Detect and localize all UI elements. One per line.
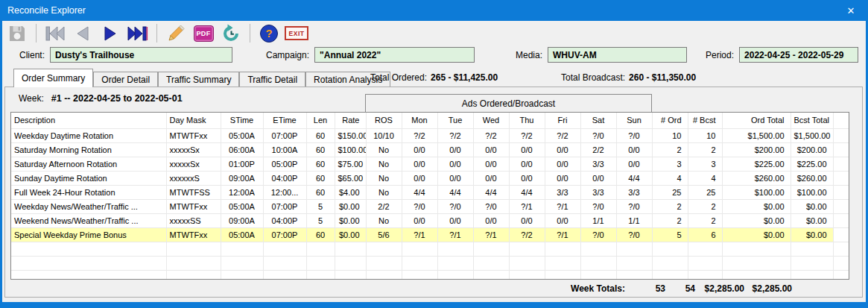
table-cell <box>221 242 263 256</box>
table-cell <box>11 242 166 256</box>
media-field[interactable]: WHUV-AM <box>548 47 687 63</box>
table-cell: 4/4 <box>473 185 509 199</box>
table-cell: 60 <box>306 128 335 142</box>
table-row[interactable]: Weekday Daytime RotationMTWTFxx05:00A07:… <box>11 128 849 142</box>
table-cell: Weekday News/Weather/Traffic ... <box>11 199 166 213</box>
table-cell: xxxxxxS <box>166 171 221 185</box>
table-cell: 4/4 <box>509 185 545 199</box>
column-header[interactable]: Bcst Total <box>791 113 833 128</box>
column-header[interactable]: Description <box>11 113 166 128</box>
table-cell: $0.00 <box>722 199 791 213</box>
table-cell: xxxxxSx <box>166 157 221 171</box>
table-row[interactable]: Saturday Afternoon RotationxxxxxSx01:00P… <box>11 157 849 171</box>
table-cell <box>652 256 688 270</box>
column-header[interactable]: Fri <box>545 113 580 128</box>
table-row[interactable]: Weekday News/Weather/Traffic ...MTWTFxx0… <box>11 199 849 213</box>
table-cell: ?/0 <box>616 128 652 142</box>
table-cell: 3 <box>688 157 722 171</box>
table-cell: 3/3 <box>616 185 652 199</box>
table-cell: $225.00 <box>722 157 791 171</box>
column-header[interactable]: Rate <box>335 113 366 128</box>
table-cell: 2 <box>688 213 722 227</box>
column-header[interactable] <box>833 113 849 128</box>
tabs: Order Summary Order Detail Traffic Summa… <box>13 69 390 87</box>
table-cell: ?/0 <box>437 199 473 213</box>
table-cell <box>437 242 473 256</box>
column-header[interactable]: Tue <box>437 113 473 128</box>
column-header[interactable]: STime <box>221 113 263 128</box>
table-cell: 60 <box>306 171 335 185</box>
help-button[interactable]: ? <box>258 23 280 44</box>
column-header[interactable]: # Ord <box>652 113 688 128</box>
table-row[interactable]: Special Weekday Prime BonusMTWTFxx05:00A… <box>11 227 849 242</box>
week-totals-row: Week Totals: 53 54 $2,285.00 $2,285.00 <box>5 282 864 297</box>
period-label: Period: <box>706 50 734 60</box>
column-header[interactable]: Len <box>306 113 335 128</box>
table-cell <box>833 242 849 256</box>
column-header[interactable]: Day Mask <box>166 113 221 128</box>
last-record-button[interactable] <box>127 23 149 44</box>
table-cell: $0.00 <box>791 199 833 213</box>
table-cell <box>473 270 509 280</box>
table-cell: ?/0 <box>402 199 437 213</box>
column-header[interactable]: Sun <box>616 113 652 128</box>
client-field[interactable]: Dusty's Trailhouse <box>50 47 232 63</box>
close-button[interactable]: ✕ <box>834 0 868 21</box>
column-header[interactable]: Sat <box>580 113 616 128</box>
table-cell <box>335 256 366 270</box>
tab-order-detail[interactable]: Order Detail <box>93 72 158 87</box>
table-cell: ?/2 <box>509 128 545 142</box>
exit-icon: EXIT <box>285 26 308 40</box>
table-row[interactable]: Weekend News/Weather/Traffic ...xxxxxSS0… <box>11 213 849 227</box>
table-cell <box>509 242 545 256</box>
first-record-button[interactable] <box>44 23 66 44</box>
column-header[interactable]: Thu <box>509 113 545 128</box>
table-cell: 0/0 <box>616 142 652 157</box>
column-header[interactable]: # Bcst <box>688 113 722 128</box>
tab-traffic-summary[interactable]: Traffic Summary <box>158 72 239 87</box>
table-cell: 0/0 <box>473 142 509 157</box>
table-cell: ?/0 <box>616 199 652 213</box>
table-cell <box>335 270 366 280</box>
table-cell: 2 <box>652 199 688 213</box>
table-cell: $1,500.00 <box>791 128 833 142</box>
campaign-field[interactable]: "Annual 2022" <box>314 47 475 63</box>
period-field[interactable]: 2022-04-25 - 2022-05-29 <box>739 47 858 63</box>
table-cell: 5 <box>306 199 335 213</box>
table-cell: 10 <box>688 128 722 142</box>
history-button[interactable] <box>220 23 242 44</box>
save-button[interactable] <box>6 23 28 44</box>
table-row[interactable]: Sunday Daytime RotationxxxxxxS09:00A04:0… <box>11 171 849 185</box>
next-record-button[interactable] <box>99 23 121 44</box>
table-cell: ?/0 <box>616 227 652 242</box>
edit-button[interactable] <box>165 23 187 44</box>
table-cell <box>402 256 437 270</box>
column-header[interactable]: Ord Total <box>722 113 791 128</box>
table-cell <box>580 270 616 280</box>
pdf-button[interactable]: PDF <box>192 23 215 44</box>
table-cell: 3/3 <box>545 185 580 199</box>
table-row[interactable]: Saturday Morning RotationxxxxxSx06:00A10… <box>11 142 849 157</box>
tab-traffic-detail[interactable]: Traffic Detail <box>239 72 305 87</box>
table-cell: 0/0 <box>509 142 545 157</box>
table-cell: 4 <box>688 171 722 185</box>
table-cell: $0.00 <box>335 213 366 227</box>
pdf-icon: PDF <box>194 25 214 42</box>
table-cell: Saturday Afternoon Rotation <box>11 157 166 171</box>
table-cell: 2 <box>688 199 722 213</box>
table-cell: 07:00P <box>263 227 306 242</box>
column-header[interactable]: Mon <box>402 113 437 128</box>
column-header[interactable]: ETime <box>263 113 306 128</box>
table-cell: 0/0 <box>437 171 473 185</box>
table-row[interactable]: Full Week 24-Hour RotationMTWTFSS12:00A1… <box>11 185 849 199</box>
table-cell: 12:00A <box>221 185 263 199</box>
column-header[interactable]: ROS <box>366 113 402 128</box>
column-header[interactable]: Wed <box>473 113 509 128</box>
tab-order-summary[interactable]: Order Summary <box>13 69 93 87</box>
table-cell: 3/3 <box>580 185 616 199</box>
skip-first-icon <box>45 25 66 42</box>
table-cell: 4 <box>652 171 688 185</box>
table-cell: No <box>366 157 402 171</box>
previous-record-button[interactable] <box>72 23 94 44</box>
exit-button[interactable]: EXIT <box>285 23 308 44</box>
